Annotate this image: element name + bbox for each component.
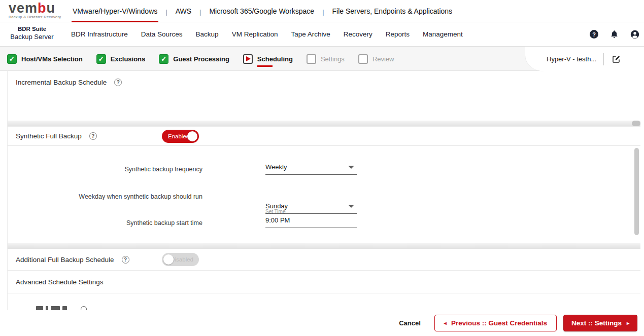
synthetic-section-title: Synthetic Full Backup — [16, 132, 82, 140]
checked-checkbox-icon: ✓ — [159, 54, 168, 64]
step-label: Host/VMs Selection — [21, 55, 83, 63]
previous-button[interactable]: ◂ Previous :: Guest Credentials — [434, 315, 557, 331]
nav-file-servers-endpoints[interactable]: File Servers, Endpoints & Applications — [331, 0, 454, 22]
synthetic-full-backup-section-header: Synthetic Full Backup ? Enabled — [8, 127, 640, 145]
incremental-backup-schedule-section: Incremental Backup Schedule ? — [8, 71, 640, 94]
product-server-label: Backup Server — [8, 33, 56, 41]
set-time-helper: Set Time — [265, 209, 357, 214]
chevron-down-icon — [348, 166, 354, 169]
menu-tape-archive[interactable]: Tape Archive — [291, 30, 330, 38]
product-suite-label: BDR Suite — [8, 26, 56, 32]
additional-help-icon[interactable]: ? — [122, 256, 129, 264]
menu-data-sources[interactable]: Data Sources — [141, 30, 183, 38]
step-exclusions[interactable]: ✓ Exclusions — [96, 54, 146, 64]
vembu-bdr-app: vembu Backup & Disaster Recovery VMware/… — [0, 0, 644, 336]
horizontal-scrollbar[interactable] — [8, 121, 640, 126]
product-nav: VMware/Hyper-V/Windows | AWS | Microsoft… — [72, 0, 453, 22]
wizard-footer: Cancel ◂ Previous :: Guest Credentials N… — [0, 310, 644, 336]
vembu-wordmark: vembu — [9, 2, 61, 15]
checked-checkbox-icon: ✓ — [96, 54, 106, 64]
step-review[interactable]: Review — [358, 54, 394, 64]
toggle-knob — [187, 131, 197, 141]
vembu-logo: vembu Backup & Disaster Recovery — [9, 2, 61, 19]
job-name-tab: Hyper-V - testh... — [525, 47, 644, 71]
nav-separator: | — [165, 0, 167, 22]
nav-vmware-hyperv-windows[interactable]: VMware/Hyper-V/Windows — [72, 0, 158, 22]
advanced-section-title: Advanced Schedule Settings — [16, 278, 104, 286]
previous-button-label: Previous :: Guest Credentials — [451, 319, 547, 327]
frequency-select[interactable]: Weekly — [265, 163, 357, 175]
next-button-label: Next :: Settings — [571, 319, 622, 327]
logo-tagline: Backup & Disaster Recovery — [9, 15, 61, 19]
menu-recovery[interactable]: Recovery — [344, 30, 372, 38]
step-label: Exclusions — [111, 55, 146, 63]
step-label: Settings — [321, 55, 345, 63]
menu-backup[interactable]: Backup — [196, 30, 219, 38]
notifications-bell-icon[interactable] — [610, 30, 619, 39]
tab-divider — [603, 53, 604, 65]
app-menu-bar: BDR Suite Backup Server BDR Infrastructu… — [0, 22, 644, 47]
logo-text-1: vem — [9, 1, 38, 16]
nav-aws[interactable]: AWS — [175, 0, 192, 22]
nav-microsoft365-google[interactable]: Microsoft 365/Google Workspace — [208, 0, 315, 22]
next-button[interactable]: Next :: Settings ▸ — [563, 315, 637, 331]
empty-checkbox-icon — [307, 54, 316, 64]
synthetic-settings-panel: Synthetic backup frequency Weekly Weekda… — [8, 146, 640, 243]
start-time-input[interactable]: Set Time 9:00 PM — [265, 209, 357, 228]
step-label: Scheduling — [257, 55, 293, 63]
chevron-down-icon — [348, 205, 354, 208]
help-icon[interactable]: ? — [590, 30, 598, 39]
main-menu: BDR Infrastructure Data Sources Backup V… — [71, 22, 463, 46]
start-time-label: Synthetic backup start time — [8, 219, 202, 227]
vertical-scrollbar[interactable] — [634, 148, 639, 237]
header-icons: ? — [590, 22, 639, 46]
horizontal-scrollbar-thumb[interactable] — [632, 121, 640, 126]
job-name: Hyper-V - testh... — [547, 55, 596, 63]
toggle-knob — [163, 254, 174, 265]
step-label: Review — [372, 55, 394, 63]
synthetic-help-icon[interactable]: ? — [89, 132, 97, 140]
step-guest-processing[interactable]: ✓ Guest Processing — [159, 54, 229, 64]
clipped-row — [8, 293, 640, 311]
advanced-schedule-settings-section: Advanced Schedule Settings — [8, 271, 640, 293]
empty-checkbox-icon — [358, 54, 368, 64]
start-time-value: 9:00 PM — [265, 216, 357, 224]
incremental-help-icon[interactable]: ? — [114, 79, 122, 86]
incremental-section-body — [8, 94, 640, 121]
left-arrow-icon: ◂ — [444, 321, 447, 326]
incremental-section-title: Incremental Backup Schedule — [16, 79, 107, 86]
product-name: BDR Suite Backup Server — [8, 26, 56, 41]
step-host-vms-selection[interactable]: ✓ Host/VMs Selection — [7, 54, 83, 64]
top-header: vembu Backup & Disaster Recovery VMware/… — [0, 0, 644, 22]
step-settings[interactable]: Settings — [307, 54, 345, 64]
menu-bdr-infrastructure[interactable]: BDR Infrastructure — [71, 30, 128, 38]
nav-separator: | — [199, 0, 201, 22]
account-user-icon[interactable] — [630, 30, 639, 39]
toggle-label: Enabled — [168, 133, 189, 139]
cancel-button[interactable]: Cancel — [399, 319, 421, 327]
additional-full-backup-toggle[interactable]: Disabled — [162, 253, 199, 266]
edit-job-name-icon[interactable] — [612, 55, 621, 63]
weekday-label: Weekday when synthetic backup should run — [8, 193, 202, 200]
menu-vm-replication[interactable]: VM Replication — [232, 30, 278, 38]
toggle-label: Disabled — [171, 256, 193, 263]
horizontal-scrollbar[interactable] — [8, 243, 640, 248]
step-scheduling[interactable]: Scheduling — [243, 54, 293, 64]
menu-reports[interactable]: Reports — [386, 30, 410, 38]
wizard-steps-bar: ✓ Host/VMs Selection ✓ Exclusions ✓ Gues… — [0, 47, 644, 71]
step-label: Guest Processing — [173, 55, 229, 63]
frequency-label: Synthetic backup frequency — [8, 166, 202, 173]
play-icon — [243, 54, 253, 64]
frequency-value: Weekly — [265, 163, 357, 171]
vertical-scrollbar-thumb[interactable] — [634, 148, 639, 235]
additional-section-title: Additional Full Backup Schedule — [16, 256, 114, 264]
logo-text-3: u — [47, 1, 56, 16]
right-arrow-icon: ▸ — [627, 321, 629, 326]
scheduling-content: Incremental Backup Schedule ? Synthetic … — [7, 71, 640, 336]
additional-full-backup-section: Additional Full Backup Schedule ? Disabl… — [8, 249, 640, 270]
synthetic-full-backup-toggle[interactable]: Enabled — [162, 130, 199, 143]
menu-management[interactable]: Management — [423, 30, 463, 38]
logo-text-2: b — [38, 1, 47, 16]
checked-checkbox-icon: ✓ — [7, 54, 17, 64]
nav-separator: | — [322, 0, 324, 22]
